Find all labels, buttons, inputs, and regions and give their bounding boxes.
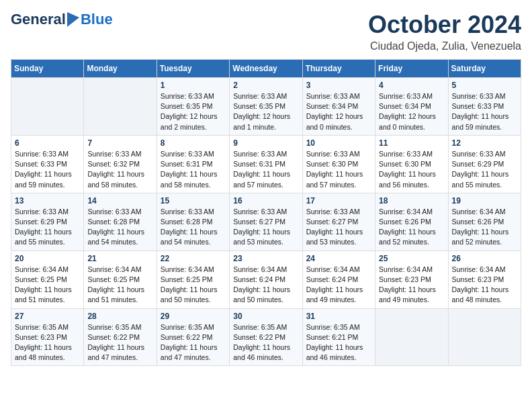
page-header: General Blue October 2024 Ciudad Ojeda, …	[11, 11, 521, 52]
calendar-cell: 27Sunrise: 6:35 AMSunset: 6:23 PMDayligh…	[11, 308, 84, 366]
day-number: 16	[233, 196, 298, 205]
day-info: Sunrise: 6:35 AMSunset: 6:23 PMDaylight:…	[15, 322, 80, 363]
calendar-table: SundayMondayTuesdayWednesdayThursdayFrid…	[11, 59, 521, 366]
day-number: 5	[452, 81, 517, 90]
day-info: Sunrise: 6:33 AMSunset: 6:34 PMDaylight:…	[379, 91, 444, 132]
day-number: 10	[306, 138, 371, 148]
day-number: 11	[379, 138, 444, 148]
day-number: 19	[452, 196, 517, 205]
day-info: Sunrise: 6:33 AMSunset: 6:30 PMDaylight:…	[306, 149, 371, 190]
day-info: Sunrise: 6:33 AMSunset: 6:31 PMDaylight:…	[233, 149, 298, 190]
day-number: 21	[87, 254, 152, 263]
day-info: Sunrise: 6:33 AMSunset: 6:35 PMDaylight:…	[161, 91, 226, 132]
calendar-cell	[11, 78, 84, 136]
column-header-saturday: Saturday	[448, 60, 521, 78]
day-info: Sunrise: 6:33 AMSunset: 6:32 PMDaylight:…	[87, 149, 152, 190]
day-number: 2	[233, 81, 298, 90]
day-info: Sunrise: 6:34 AMSunset: 6:26 PMDaylight:…	[379, 207, 444, 248]
day-number: 1	[161, 81, 226, 90]
day-info: Sunrise: 6:34 AMSunset: 6:26 PMDaylight:…	[452, 207, 517, 248]
day-info: Sunrise: 6:35 AMSunset: 6:22 PMDaylight:…	[87, 322, 152, 363]
calendar-cell: 4Sunrise: 6:33 AMSunset: 6:34 PMDaylight…	[375, 78, 448, 136]
calendar-cell: 2Sunrise: 6:33 AMSunset: 6:35 PMDaylight…	[230, 78, 302, 136]
day-number: 9	[233, 138, 298, 148]
column-header-thursday: Thursday	[302, 60, 375, 78]
location-title: Ciudad Ojeda, Zulia, Venezuela	[368, 40, 521, 52]
day-info: Sunrise: 6:33 AMSunset: 6:33 PMDaylight:…	[452, 91, 517, 132]
column-header-tuesday: Tuesday	[157, 60, 229, 78]
calendar-week-row: 6Sunrise: 6:33 AMSunset: 6:33 PMDaylight…	[11, 135, 521, 193]
calendar-cell: 29Sunrise: 6:35 AMSunset: 6:22 PMDayligh…	[157, 308, 229, 366]
svg-marker-0	[67, 12, 79, 27]
day-number: 27	[15, 312, 80, 321]
calendar-cell: 21Sunrise: 6:34 AMSunset: 6:25 PMDayligh…	[84, 250, 157, 308]
calendar-cell: 23Sunrise: 6:34 AMSunset: 6:24 PMDayligh…	[230, 250, 302, 308]
day-info: Sunrise: 6:33 AMSunset: 6:28 PMDaylight:…	[161, 207, 226, 248]
calendar-cell: 3Sunrise: 6:33 AMSunset: 6:34 PMDaylight…	[302, 78, 375, 136]
column-header-monday: Monday	[84, 60, 157, 78]
day-number: 6	[15, 138, 80, 148]
day-number: 25	[379, 254, 444, 263]
day-info: Sunrise: 6:34 AMSunset: 6:25 PMDaylight:…	[161, 265, 226, 306]
calendar-cell: 14Sunrise: 6:33 AMSunset: 6:28 PMDayligh…	[84, 193, 157, 250]
calendar-cell: 16Sunrise: 6:33 AMSunset: 6:27 PMDayligh…	[230, 193, 302, 250]
day-info: Sunrise: 6:34 AMSunset: 6:25 PMDaylight:…	[15, 265, 80, 306]
day-number: 13	[15, 196, 80, 205]
day-number: 14	[87, 196, 152, 205]
calendar-cell	[84, 78, 157, 136]
day-number: 28	[87, 312, 152, 321]
calendar-header-row: SundayMondayTuesdayWednesdayThursdayFrid…	[11, 60, 521, 78]
calendar-cell: 13Sunrise: 6:33 AMSunset: 6:29 PMDayligh…	[11, 193, 84, 250]
day-number: 30	[233, 312, 298, 321]
day-number: 18	[379, 196, 444, 205]
calendar-cell: 10Sunrise: 6:33 AMSunset: 6:30 PMDayligh…	[302, 135, 375, 193]
calendar-cell: 19Sunrise: 6:34 AMSunset: 6:26 PMDayligh…	[448, 193, 521, 250]
day-info: Sunrise: 6:33 AMSunset: 6:27 PMDaylight:…	[233, 207, 298, 248]
day-number: 26	[452, 254, 517, 263]
day-number: 20	[15, 254, 80, 263]
day-info: Sunrise: 6:33 AMSunset: 6:34 PMDaylight:…	[306, 91, 371, 132]
day-number: 24	[306, 254, 371, 263]
day-number: 31	[306, 312, 371, 321]
day-number: 7	[87, 138, 152, 148]
day-info: Sunrise: 6:35 AMSunset: 6:22 PMDaylight:…	[161, 322, 226, 363]
calendar-week-row: 13Sunrise: 6:33 AMSunset: 6:29 PMDayligh…	[11, 193, 521, 250]
day-info: Sunrise: 6:33 AMSunset: 6:31 PMDaylight:…	[161, 149, 226, 190]
calendar-cell: 11Sunrise: 6:33 AMSunset: 6:30 PMDayligh…	[375, 135, 448, 193]
column-header-wednesday: Wednesday	[230, 60, 302, 78]
logo: General Blue	[11, 11, 113, 28]
calendar-cell: 24Sunrise: 6:34 AMSunset: 6:24 PMDayligh…	[302, 250, 375, 308]
calendar-cell: 25Sunrise: 6:34 AMSunset: 6:23 PMDayligh…	[375, 250, 448, 308]
calendar-cell: 30Sunrise: 6:35 AMSunset: 6:22 PMDayligh…	[230, 308, 302, 366]
calendar-cell: 9Sunrise: 6:33 AMSunset: 6:31 PMDaylight…	[230, 135, 302, 193]
calendar-cell: 17Sunrise: 6:33 AMSunset: 6:27 PMDayligh…	[302, 193, 375, 250]
day-number: 3	[306, 81, 371, 90]
calendar-cell: 1Sunrise: 6:33 AMSunset: 6:35 PMDaylight…	[157, 78, 229, 136]
day-info: Sunrise: 6:33 AMSunset: 6:28 PMDaylight:…	[87, 207, 152, 248]
day-number: 23	[233, 254, 298, 263]
day-info: Sunrise: 6:34 AMSunset: 6:24 PMDaylight:…	[306, 265, 371, 306]
day-number: 17	[306, 196, 371, 205]
day-info: Sunrise: 6:33 AMSunset: 6:35 PMDaylight:…	[233, 91, 298, 132]
calendar-cell: 5Sunrise: 6:33 AMSunset: 6:33 PMDaylight…	[448, 78, 521, 136]
day-number: 4	[379, 81, 444, 90]
calendar-cell	[375, 308, 448, 366]
calendar-week-row: 20Sunrise: 6:34 AMSunset: 6:25 PMDayligh…	[11, 250, 521, 308]
calendar-cell: 15Sunrise: 6:33 AMSunset: 6:28 PMDayligh…	[157, 193, 229, 250]
day-number: 22	[161, 254, 226, 263]
day-info: Sunrise: 6:33 AMSunset: 6:29 PMDaylight:…	[452, 149, 517, 190]
column-header-sunday: Sunday	[11, 60, 84, 78]
calendar-cell: 18Sunrise: 6:34 AMSunset: 6:26 PMDayligh…	[375, 193, 448, 250]
month-title: October 2024	[368, 11, 521, 39]
calendar-cell: 7Sunrise: 6:33 AMSunset: 6:32 PMDaylight…	[84, 135, 157, 193]
logo-general-text: General	[11, 11, 66, 28]
calendar-week-row: 27Sunrise: 6:35 AMSunset: 6:23 PMDayligh…	[11, 308, 521, 366]
day-number: 15	[161, 196, 226, 205]
logo-blue-text: Blue	[81, 11, 113, 28]
calendar-cell: 12Sunrise: 6:33 AMSunset: 6:29 PMDayligh…	[448, 135, 521, 193]
calendar-cell: 28Sunrise: 6:35 AMSunset: 6:22 PMDayligh…	[84, 308, 157, 366]
day-info: Sunrise: 6:33 AMSunset: 6:30 PMDaylight:…	[379, 149, 444, 190]
day-info: Sunrise: 6:34 AMSunset: 6:25 PMDaylight:…	[87, 265, 152, 306]
day-info: Sunrise: 6:33 AMSunset: 6:33 PMDaylight:…	[15, 149, 80, 190]
logo-icon	[67, 12, 79, 27]
